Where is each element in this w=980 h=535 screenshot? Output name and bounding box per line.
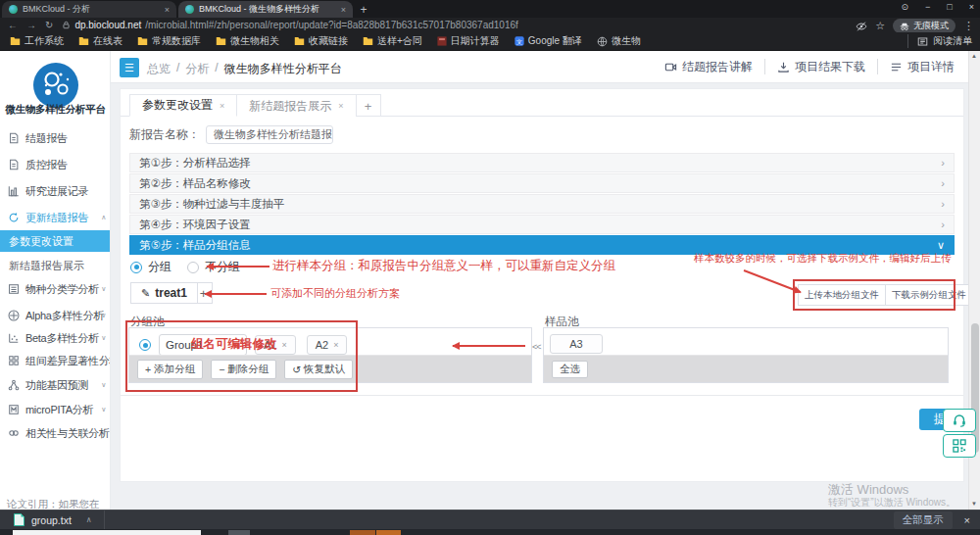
sidebar-item[interactable]: 质控报告 [0,155,111,174]
sidebar-item-label: 组间差异显著性分析 [25,354,111,368]
maximize-button[interactable]: □ [947,2,952,12]
qr-code-button[interactable] [943,434,976,458]
list-icon [8,283,21,295]
radio-grouped[interactable] [130,262,142,273]
sidebar-item[interactable]: 更新结题报告∧ [0,208,111,227]
remove-group-button[interactable]: −删除分组 [211,360,276,379]
sidebar-subitem[interactable]: 新结题报告展示 [0,255,111,276]
kebab-menu-icon[interactable]: ⋮ [963,20,974,32]
folder-icon [216,36,226,46]
bookmark-star-icon[interactable]: ☆ [875,20,885,32]
bookmark-item[interactable]: 工作系统 [10,34,64,48]
group-tag[interactable]: A2× [307,335,348,355]
taskbar-app-icon[interactable] [376,530,401,535]
window-close-button[interactable]: × [969,2,974,12]
forward-icon[interactable]: → [26,20,36,30]
bookmark-item[interactable]: 常规数据库 [137,34,201,48]
sample-tag[interactable]: A3 [550,334,603,354]
toolbar-right: ☆ 无痕模式 ⋮ [856,19,974,33]
report-name-input[interactable]: 微生物多样性分析结题报告 [206,125,333,144]
bookmark-item[interactable]: 文Google 翻译 [514,34,582,48]
tab-close-icon[interactable]: × [341,5,346,15]
calc-icon [437,36,447,46]
sidebar-item[interactable]: Alpha多样性分析∨ [0,306,111,325]
sidebar-item[interactable]: Beta多样性分析∨ [0,328,111,348]
sidebar-item[interactable]: 相关性与关联分析∨ [0,423,111,443]
bookmark-item[interactable]: 微生物相关 [216,34,279,48]
float-widget [943,409,976,460]
step-row[interactable]: 第④步：环境因子设置› [129,215,955,234]
taskbar-search-box[interactable] [13,530,201,535]
tag-close-icon[interactable]: × [333,340,338,350]
breadcrumb-item[interactable]: 分析 [185,61,209,77]
browser-tab[interactable]: BMKCloud - 分析× [2,1,176,18]
download-bar-close-icon[interactable]: × [964,514,970,526]
sidebar-item[interactable]: 结题报告 [0,128,111,148]
headset-icon [952,413,967,428]
upload-local-group-button[interactable]: 上传本地分组文件 [798,284,886,306]
customer-service-button[interactable] [943,409,976,432]
step-row[interactable]: 第②步：样品名称修改› [129,173,955,193]
tab-close-icon[interactable]: × [165,5,170,15]
incognito-badge: 无痕模式 [893,19,956,33]
group-select-radio[interactable] [139,339,151,351]
sidebar-item[interactable]: 功能基因预测∨ [0,375,111,395]
profile-icon[interactable]: ⊙ [901,2,908,12]
minimize-button[interactable]: − [925,2,930,12]
translate-icon: 文 [514,36,524,46]
workspace-tab[interactable]: 新结题报告展示× [237,94,356,117]
bookmark-item[interactable]: 送样+合同 [363,34,422,48]
downloaded-file-item[interactable]: group.txt ∧ [0,513,92,526]
radio-ungrouped[interactable] [187,262,199,273]
taskbar-app-icon[interactable] [228,530,250,535]
platform-title: 微生物多样性分析平台 [0,103,111,117]
download-example-group-button[interactable]: 下载示例分组文件 [886,284,973,306]
show-all-downloads-button[interactable]: 全部显示 [894,511,953,529]
group-actions-strip: +添加分组−删除分组↺恢复默认 [129,355,531,382]
sidebar-item[interactable]: 研究进展记录 [0,181,111,201]
bookmark-item[interactable]: 收藏链接 [294,34,348,48]
header-actions: 结题报告讲解项目结果下载项目详情 [653,59,966,74]
scroll-down-arrow[interactable]: ▼ [971,501,977,507]
sidebar-toggle-button[interactable]: ☰ [120,58,139,77]
reload-icon[interactable]: ↻ [45,20,53,30]
tab-close-icon[interactable]: × [220,101,224,111]
tag-close-icon[interactable]: × [281,340,286,350]
tab-close-icon[interactable]: × [338,101,343,111]
add-group-button[interactable]: +添加分组 [137,360,203,379]
address-bar[interactable]: dp.biocloud.net/microbial.html#/zh/perso… [62,20,517,30]
svg-text:文: 文 [516,38,522,45]
sidebar-item[interactable]: 组间差异显著性分析∨ [0,351,111,370]
reading-list-button[interactable]: 阅读清单 [907,34,972,48]
bookmark-item[interactable]: 日期计算器 [437,34,500,48]
header-action-download[interactable]: 项目结果下载 [764,59,877,74]
sidebar-item[interactable]: microPITA分析∨ [0,400,111,419]
collapse-symbol[interactable]: << [532,342,541,352]
scroll-up-arrow[interactable]: ▲ [971,53,977,59]
scheme-tab-treat1[interactable]: ✎ treat1 [130,282,198,304]
bookmark-item[interactable]: 在线表 [78,34,122,48]
new-tab-button[interactable]: + [353,2,374,18]
back-icon[interactable]: ← [8,20,18,30]
header-action-detail[interactable]: 项目详情 [877,59,966,74]
workspace-tab[interactable]: 参数更改设置× [129,94,237,117]
sidebar-item[interactable]: 物种分类学分析∨ [0,279,111,299]
report-name-row: 新报告名称： 微生物多样性分析结题报告 [129,125,333,144]
group-tag-label: A2 [316,339,328,351]
caret-up-icon[interactable]: ∧ [86,515,92,524]
breadcrumb-item[interactable]: 总览 [147,61,171,77]
bookmark-item[interactable]: 微生物 [597,34,641,48]
step-row[interactable]: 第③步：物种过滤与丰度抽平› [129,194,955,214]
sidebar-item-label: 质控报告 [25,158,68,172]
pencil-icon: ✎ [141,287,150,300]
eye-off-icon[interactable] [856,21,867,32]
add-workspace-tab-button[interactable]: + [357,94,381,117]
chevron-down-icon: ∨ [101,406,106,413]
browser-tab[interactable]: BMKCloud - 微生物多样性分析× [178,1,353,18]
sidebar-subitem[interactable]: 参数更改设置 [0,230,111,252]
taskbar-app-icon[interactable] [350,530,375,535]
select-all-button[interactable]: 全选 [552,361,588,378]
header-action-video[interactable]: 结题报告讲解 [653,59,764,74]
reset-default-button[interactable]: ↺恢复默认 [284,360,353,379]
step-row[interactable]: 第①步：分析样品选择› [129,153,955,172]
